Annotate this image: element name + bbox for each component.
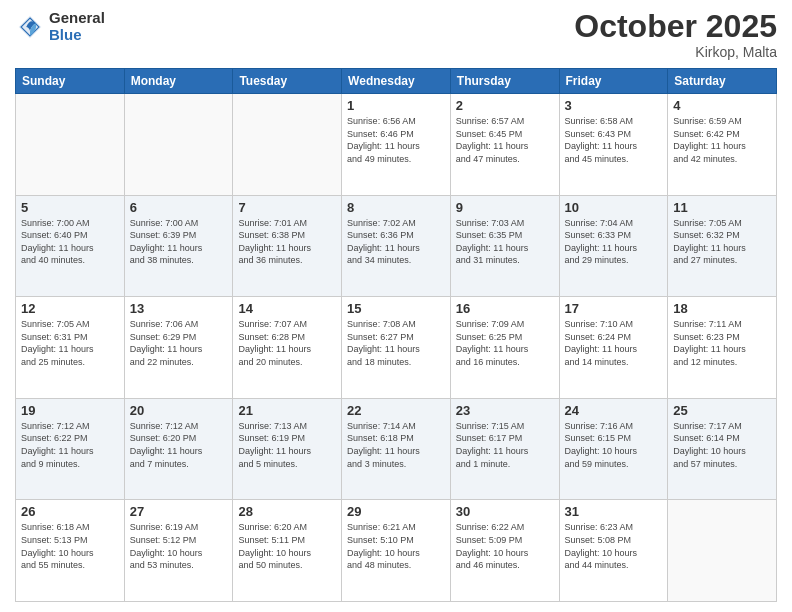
day-info: Sunrise: 7:13 AM Sunset: 6:19 PM Dayligh…: [238, 420, 336, 470]
logo: General Blue: [15, 10, 105, 43]
header-thursday: Thursday: [450, 69, 559, 94]
table-row: 10Sunrise: 7:04 AM Sunset: 6:33 PM Dayli…: [559, 195, 668, 297]
month-title: October 2025: [574, 10, 777, 42]
day-info: Sunrise: 7:10 AM Sunset: 6:24 PM Dayligh…: [565, 318, 663, 368]
table-row: 19Sunrise: 7:12 AM Sunset: 6:22 PM Dayli…: [16, 398, 125, 500]
day-number: 29: [347, 504, 445, 519]
calendar-week-row: 26Sunrise: 6:18 AM Sunset: 5:13 PM Dayli…: [16, 500, 777, 602]
day-number: 1: [347, 98, 445, 113]
table-row: 23Sunrise: 7:15 AM Sunset: 6:17 PM Dayli…: [450, 398, 559, 500]
day-info: Sunrise: 7:12 AM Sunset: 6:20 PM Dayligh…: [130, 420, 228, 470]
table-row: 26Sunrise: 6:18 AM Sunset: 5:13 PM Dayli…: [16, 500, 125, 602]
table-row: 12Sunrise: 7:05 AM Sunset: 6:31 PM Dayli…: [16, 297, 125, 399]
day-number: 5: [21, 200, 119, 215]
table-row: 25Sunrise: 7:17 AM Sunset: 6:14 PM Dayli…: [668, 398, 777, 500]
header-tuesday: Tuesday: [233, 69, 342, 94]
day-info: Sunrise: 7:03 AM Sunset: 6:35 PM Dayligh…: [456, 217, 554, 267]
day-info: Sunrise: 7:05 AM Sunset: 6:31 PM Dayligh…: [21, 318, 119, 368]
table-row: 3Sunrise: 6:58 AM Sunset: 6:43 PM Daylig…: [559, 94, 668, 196]
day-info: Sunrise: 7:04 AM Sunset: 6:33 PM Dayligh…: [565, 217, 663, 267]
header-saturday: Saturday: [668, 69, 777, 94]
day-number: 8: [347, 200, 445, 215]
day-number: 4: [673, 98, 771, 113]
day-number: 24: [565, 403, 663, 418]
day-number: 14: [238, 301, 336, 316]
day-info: Sunrise: 7:05 AM Sunset: 6:32 PM Dayligh…: [673, 217, 771, 267]
logo-general: General: [49, 10, 105, 27]
day-number: 30: [456, 504, 554, 519]
logo-icon: [15, 12, 45, 42]
day-info: Sunrise: 7:01 AM Sunset: 6:38 PM Dayligh…: [238, 217, 336, 267]
logo-text: General Blue: [49, 10, 105, 43]
table-row: 15Sunrise: 7:08 AM Sunset: 6:27 PM Dayli…: [342, 297, 451, 399]
day-info: Sunrise: 6:22 AM Sunset: 5:09 PM Dayligh…: [456, 521, 554, 571]
title-area: October 2025 Kirkop, Malta: [574, 10, 777, 60]
header-friday: Friday: [559, 69, 668, 94]
day-number: 15: [347, 301, 445, 316]
day-number: 19: [21, 403, 119, 418]
table-row: 24Sunrise: 7:16 AM Sunset: 6:15 PM Dayli…: [559, 398, 668, 500]
day-info: Sunrise: 6:18 AM Sunset: 5:13 PM Dayligh…: [21, 521, 119, 571]
calendar-week-row: 1Sunrise: 6:56 AM Sunset: 6:46 PM Daylig…: [16, 94, 777, 196]
day-info: Sunrise: 7:16 AM Sunset: 6:15 PM Dayligh…: [565, 420, 663, 470]
day-info: Sunrise: 6:23 AM Sunset: 5:08 PM Dayligh…: [565, 521, 663, 571]
day-info: Sunrise: 6:58 AM Sunset: 6:43 PM Dayligh…: [565, 115, 663, 165]
day-number: 17: [565, 301, 663, 316]
table-row: 13Sunrise: 7:06 AM Sunset: 6:29 PM Dayli…: [124, 297, 233, 399]
header-monday: Monday: [124, 69, 233, 94]
table-row: [124, 94, 233, 196]
day-info: Sunrise: 7:15 AM Sunset: 6:17 PM Dayligh…: [456, 420, 554, 470]
table-row: [16, 94, 125, 196]
day-info: Sunrise: 7:17 AM Sunset: 6:14 PM Dayligh…: [673, 420, 771, 470]
table-row: 22Sunrise: 7:14 AM Sunset: 6:18 PM Dayli…: [342, 398, 451, 500]
day-number: 3: [565, 98, 663, 113]
day-number: 12: [21, 301, 119, 316]
calendar-week-row: 12Sunrise: 7:05 AM Sunset: 6:31 PM Dayli…: [16, 297, 777, 399]
day-number: 7: [238, 200, 336, 215]
day-number: 23: [456, 403, 554, 418]
day-number: 21: [238, 403, 336, 418]
table-row: 1Sunrise: 6:56 AM Sunset: 6:46 PM Daylig…: [342, 94, 451, 196]
table-row: 2Sunrise: 6:57 AM Sunset: 6:45 PM Daylig…: [450, 94, 559, 196]
table-row: 28Sunrise: 6:20 AM Sunset: 5:11 PM Dayli…: [233, 500, 342, 602]
table-row: 21Sunrise: 7:13 AM Sunset: 6:19 PM Dayli…: [233, 398, 342, 500]
table-row: 29Sunrise: 6:21 AM Sunset: 5:10 PM Dayli…: [342, 500, 451, 602]
logo-blue: Blue: [49, 27, 105, 44]
day-info: Sunrise: 7:11 AM Sunset: 6:23 PM Dayligh…: [673, 318, 771, 368]
table-row: 14Sunrise: 7:07 AM Sunset: 6:28 PM Dayli…: [233, 297, 342, 399]
day-info: Sunrise: 7:08 AM Sunset: 6:27 PM Dayligh…: [347, 318, 445, 368]
day-number: 31: [565, 504, 663, 519]
day-number: 6: [130, 200, 228, 215]
day-info: Sunrise: 6:59 AM Sunset: 6:42 PM Dayligh…: [673, 115, 771, 165]
day-number: 27: [130, 504, 228, 519]
day-number: 13: [130, 301, 228, 316]
table-row: 6Sunrise: 7:00 AM Sunset: 6:39 PM Daylig…: [124, 195, 233, 297]
table-row: 4Sunrise: 6:59 AM Sunset: 6:42 PM Daylig…: [668, 94, 777, 196]
day-number: 18: [673, 301, 771, 316]
day-info: Sunrise: 6:56 AM Sunset: 6:46 PM Dayligh…: [347, 115, 445, 165]
header-sunday: Sunday: [16, 69, 125, 94]
day-info: Sunrise: 7:06 AM Sunset: 6:29 PM Dayligh…: [130, 318, 228, 368]
table-row: [668, 500, 777, 602]
day-info: Sunrise: 7:09 AM Sunset: 6:25 PM Dayligh…: [456, 318, 554, 368]
table-row: 27Sunrise: 6:19 AM Sunset: 5:12 PM Dayli…: [124, 500, 233, 602]
day-info: Sunrise: 7:07 AM Sunset: 6:28 PM Dayligh…: [238, 318, 336, 368]
table-row: 8Sunrise: 7:02 AM Sunset: 6:36 PM Daylig…: [342, 195, 451, 297]
table-row: 16Sunrise: 7:09 AM Sunset: 6:25 PM Dayli…: [450, 297, 559, 399]
day-info: Sunrise: 6:57 AM Sunset: 6:45 PM Dayligh…: [456, 115, 554, 165]
calendar-week-row: 5Sunrise: 7:00 AM Sunset: 6:40 PM Daylig…: [16, 195, 777, 297]
day-number: 2: [456, 98, 554, 113]
day-info: Sunrise: 7:14 AM Sunset: 6:18 PM Dayligh…: [347, 420, 445, 470]
day-number: 10: [565, 200, 663, 215]
day-number: 25: [673, 403, 771, 418]
day-info: Sunrise: 6:19 AM Sunset: 5:12 PM Dayligh…: [130, 521, 228, 571]
table-row: 9Sunrise: 7:03 AM Sunset: 6:35 PM Daylig…: [450, 195, 559, 297]
day-info: Sunrise: 7:00 AM Sunset: 6:39 PM Dayligh…: [130, 217, 228, 267]
day-info: Sunrise: 6:21 AM Sunset: 5:10 PM Dayligh…: [347, 521, 445, 571]
day-info: Sunrise: 7:00 AM Sunset: 6:40 PM Dayligh…: [21, 217, 119, 267]
page-header: General Blue October 2025 Kirkop, Malta: [15, 10, 777, 60]
day-number: 26: [21, 504, 119, 519]
day-number: 28: [238, 504, 336, 519]
day-number: 16: [456, 301, 554, 316]
day-number: 9: [456, 200, 554, 215]
